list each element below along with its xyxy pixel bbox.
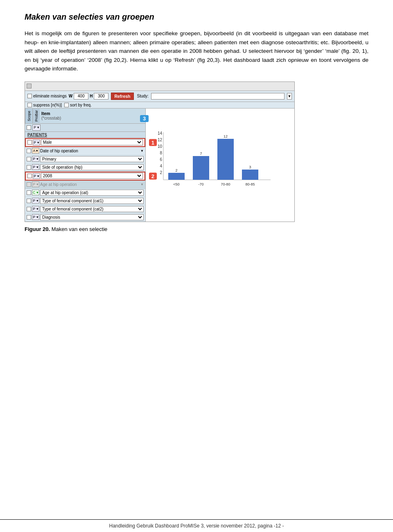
var-a-date[interactable]: A ▾	[32, 148, 39, 154]
var-p-male[interactable]: P ▾	[33, 140, 40, 145]
figure-caption: Figuur 20. Maken van een selectie	[25, 226, 368, 232]
var-label-age-faded: Age at hip operation	[40, 182, 140, 187]
w-input[interactable]	[74, 93, 88, 100]
eliminate-missings-check: eliminate missings W H	[27, 93, 108, 100]
svg-text:<50: <50	[173, 182, 179, 186]
checkbox-eliminate	[27, 94, 32, 98]
svg-text:12: 12	[224, 134, 228, 138]
var-row-diagnosis: P ▾ Diagnosis	[25, 213, 145, 222]
var-row-male: P ▾ Male 1	[25, 138, 145, 147]
var-arrow-age-faded: ▼	[140, 183, 144, 186]
dashboard-screenshot: eliminate missings W H Refresh Study: ▼ …	[25, 81, 295, 222]
svg-text:12: 12	[158, 138, 163, 142]
var-p-diagnosis[interactable]: P ▾	[32, 214, 39, 220]
checkbox-sort	[64, 103, 69, 107]
page-content: Maken van selecties van groepen Het is m…	[0, 0, 393, 273]
var-row-side: P ▾ Side of operation (hip)	[25, 163, 145, 172]
item-header-label: Item	[41, 111, 144, 116]
var-select-age-cat[interactable]: Age at hip operation (cat)	[40, 190, 144, 196]
var-select-femoral1[interactable]: Type of femoral component (cat1)	[40, 198, 144, 204]
var-checkbox-side	[27, 165, 31, 170]
study-label: Study:	[137, 94, 149, 98]
svg-text:7: 7	[200, 152, 202, 156]
footer-text: Handleiding Gebruik Dashboard ProMISe 3,…	[109, 523, 284, 529]
bar-8085	[242, 170, 258, 180]
crosstab-label: (*crosstab)	[41, 116, 144, 120]
svg-text:3: 3	[249, 165, 251, 169]
badge-3: 3	[140, 115, 149, 122]
svg-text:2: 2	[175, 168, 177, 172]
var-p-primary[interactable]: P ▾	[32, 156, 39, 162]
h-label: H	[90, 94, 93, 98]
study-dropdown-arrow[interactable]: ▼	[287, 93, 292, 100]
svg-text:10: 10	[158, 144, 163, 149]
figure-caption-text: Maken van een selectie	[50, 226, 107, 232]
p-selector-box[interactable]: P ▾	[32, 125, 41, 131]
titlebar-btn	[27, 84, 32, 88]
study-input[interactable]	[151, 93, 285, 100]
svg-text:4: 4	[160, 164, 162, 168]
sort-check: sort by freq.	[64, 103, 92, 107]
body-paragraph: Het is mogelijk om de figuren te present…	[25, 29, 368, 73]
scope-label: Scope	[25, 109, 32, 123]
suppress-check: suppress [n(%)]	[27, 103, 62, 107]
probar-label: ProBar	[32, 109, 40, 123]
chart-area: 14 12 10 8 6 4 2 2	[152, 113, 288, 217]
var-checkbox-date	[27, 149, 31, 153]
var-row-date: A ▾ Date of hip operation ▼	[25, 147, 145, 155]
svg-text:6: 6	[160, 157, 162, 162]
var-checkbox-age-cat[interactable]	[27, 190, 31, 195]
refresh-button[interactable]: Refresh	[111, 93, 133, 100]
var-checkbox-age-faded	[27, 182, 31, 187]
svg-text:70-80: 70-80	[221, 182, 230, 186]
var-arrow-date: ▼	[140, 149, 144, 153]
var-checkbox-femoral2	[27, 207, 31, 211]
var-select-male[interactable]: Male	[41, 139, 143, 145]
svg-text:-70: -70	[198, 182, 203, 186]
var-row-femoral1: P ▾ Type of femoral component (cat1)	[25, 197, 145, 205]
var-p-side[interactable]: P ▾	[32, 164, 39, 170]
p-checkbox	[27, 125, 31, 130]
patients-header: PATIENTS	[25, 132, 145, 138]
dashboard-titlebar	[25, 82, 294, 91]
var-p-femoral2[interactable]: P ▾	[32, 206, 39, 212]
sort-label: sort by freq.	[70, 103, 92, 107]
page-footer: Handleiding Gebruik Dashboard ProMISe 3,…	[0, 519, 393, 532]
checkbox-suppress	[27, 103, 32, 107]
svg-text:14: 14	[158, 131, 163, 136]
var-row-2008: P ▾ 2008 2	[25, 172, 145, 181]
bar-7080	[217, 139, 234, 180]
suppress-label: suppress [n(%)]	[33, 103, 62, 107]
page-title: Maken van selecties van groepen	[25, 12, 368, 22]
var-p-femoral1[interactable]: P ▾	[32, 198, 39, 204]
badge-2: 2	[149, 172, 157, 179]
var-checkbox-femoral1	[27, 199, 31, 203]
h-input[interactable]	[94, 93, 108, 100]
var-checkbox-male	[27, 140, 32, 145]
var-row-age-faded: P ▾ Age at hip operation ▼	[25, 181, 145, 189]
svg-text:8: 8	[160, 151, 162, 155]
var-checkbox-diagnosis	[27, 215, 31, 220]
svg-text:80-85: 80-85	[245, 182, 255, 186]
var-select-diagnosis[interactable]: Diagnosis	[40, 214, 144, 220]
var-c-age-cat[interactable]: C ▾	[32, 190, 39, 195]
eliminate-label: eliminate missings	[33, 94, 67, 98]
bar-lt50	[168, 173, 185, 180]
var-select-femoral2[interactable]: Type of femoral component (cat2)	[40, 206, 144, 212]
var-p-2008[interactable]: P ▾	[33, 173, 40, 179]
var-select-side[interactable]: Side of operation (hip)	[40, 164, 144, 170]
var-row-age-cat: C ▾ Age at hip operation (cat)	[25, 189, 145, 197]
var-select-2008[interactable]: 2008	[41, 173, 143, 179]
var-row-primary: P ▾ Primary	[25, 155, 145, 163]
badge-1: 1	[149, 139, 157, 146]
var-p-age-faded: P ▾	[32, 181, 39, 187]
w-label: W	[69, 94, 72, 98]
bar-chart: 14 12 10 8 6 4 2 2	[152, 127, 275, 217]
figure-caption-prefix: Figuur 20.	[25, 226, 50, 232]
var-checkbox-2008	[27, 174, 32, 178]
svg-text:2: 2	[160, 170, 162, 175]
var-checkbox-primary	[27, 157, 31, 161]
var-row-femoral2: P ▾ Type of femoral component (cat2)	[25, 205, 145, 213]
bar-70	[193, 156, 209, 180]
var-select-primary[interactable]: Primary	[40, 156, 144, 162]
